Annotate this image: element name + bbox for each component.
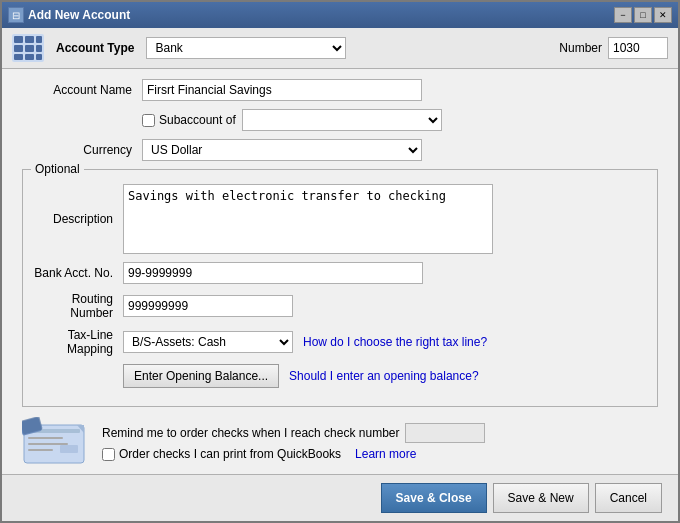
- toolbar: Account Type Bank Number: [2, 28, 678, 69]
- checks-text-area: Remind me to order checks when I reach c…: [102, 423, 658, 461]
- currency-select[interactable]: US Dollar: [142, 139, 422, 161]
- titlebar-controls: − □ ✕: [614, 7, 672, 23]
- toolbar-right: Number: [559, 37, 668, 59]
- save-new-button[interactable]: Save & New: [493, 483, 589, 513]
- tax-line-select[interactable]: B/S-Assets: Cash: [123, 331, 293, 353]
- optional-legend: Optional: [31, 162, 84, 176]
- account-name-label: Account Name: [22, 83, 142, 97]
- svg-rect-13: [28, 443, 68, 445]
- routing-row: Routing Number: [33, 292, 647, 320]
- tax-line-label: Tax-Line Mapping: [33, 328, 123, 356]
- svg-rect-5: [25, 45, 34, 52]
- check-number-input[interactable]: [405, 423, 485, 443]
- svg-rect-4: [14, 45, 23, 52]
- content-area: Account Name Subaccount of Currency US D…: [2, 69, 678, 474]
- titlebar-left: ⊟ Add New Account: [8, 7, 130, 23]
- currency-label: Currency: [22, 143, 142, 157]
- svg-rect-2: [25, 36, 34, 43]
- account-type-label: Account Type: [56, 41, 134, 55]
- window-title: Add New Account: [28, 8, 130, 22]
- bank-acct-label: Bank Acct. No.: [33, 266, 123, 280]
- minimize-button[interactable]: −: [614, 7, 632, 23]
- description-textarea[interactable]: Savings with electronic transfer to chec…: [123, 184, 493, 254]
- save-close-button[interactable]: Save & Close: [381, 483, 487, 513]
- close-button[interactable]: ✕: [654, 7, 672, 23]
- check-illustration: [22, 417, 92, 467]
- maximize-button[interactable]: □: [634, 7, 652, 23]
- subaccount-row: Subaccount of: [142, 109, 658, 131]
- account-name-input[interactable]: [142, 79, 422, 101]
- footer: Save & Close Save & New Cancel: [2, 474, 678, 521]
- account-grid-icon: [12, 34, 44, 62]
- subaccount-checkbox-label[interactable]: Subaccount of: [142, 113, 236, 127]
- subaccount-label-text: Subaccount of: [159, 113, 236, 127]
- bank-acct-input[interactable]: [123, 262, 423, 284]
- order-checks-label: Order checks I can print from QuickBooks: [119, 447, 341, 461]
- cancel-button[interactable]: Cancel: [595, 483, 662, 513]
- learn-more-link[interactable]: Learn more: [355, 447, 416, 461]
- tax-line-row: Tax-Line Mapping B/S-Assets: Cash How do…: [33, 328, 647, 356]
- opening-balance-link[interactable]: Should I enter an opening balance?: [289, 369, 479, 383]
- titlebar: ⊟ Add New Account − □ ✕: [2, 2, 678, 28]
- svg-rect-8: [25, 54, 34, 60]
- number-input[interactable]: [608, 37, 668, 59]
- subaccount-select[interactable]: [242, 109, 442, 131]
- svg-rect-14: [28, 449, 53, 451]
- routing-input[interactable]: [123, 295, 293, 317]
- account-type-select[interactable]: Bank: [146, 37, 346, 59]
- opening-balance-row: Enter Opening Balance... Should I enter …: [33, 364, 647, 388]
- svg-rect-7: [14, 54, 23, 60]
- currency-row: Currency US Dollar: [22, 139, 658, 161]
- bank-acct-row: Bank Acct. No.: [33, 262, 647, 284]
- window-icon: ⊟: [8, 7, 24, 23]
- svg-rect-15: [60, 445, 78, 453]
- checks-section: Remind me to order checks when I reach c…: [22, 417, 658, 467]
- description-row: Description Savings with electronic tran…: [33, 184, 647, 254]
- tax-line-link[interactable]: How do I choose the right tax line?: [303, 335, 487, 349]
- description-label: Description: [33, 212, 123, 226]
- svg-rect-6: [36, 45, 42, 52]
- optional-content: Description Savings with electronic tran…: [33, 184, 647, 388]
- routing-label: Routing Number: [33, 292, 123, 320]
- order-checks-checkbox[interactable]: [102, 448, 115, 461]
- account-name-row: Account Name: [22, 79, 658, 101]
- main-window: ⊟ Add New Account − □ ✕ Account T: [0, 0, 680, 523]
- svg-rect-1: [14, 36, 23, 43]
- check-image: [22, 417, 92, 467]
- svg-rect-3: [36, 36, 42, 43]
- opening-balance-button[interactable]: Enter Opening Balance...: [123, 364, 279, 388]
- remind-text: Remind me to order checks when I reach c…: [102, 426, 399, 440]
- subaccount-checkbox[interactable]: [142, 114, 155, 127]
- remind-row: Remind me to order checks when I reach c…: [102, 423, 658, 443]
- svg-rect-12: [28, 437, 63, 439]
- number-label: Number: [559, 41, 602, 55]
- optional-group: Optional Description Savings with electr…: [22, 169, 658, 407]
- svg-rect-9: [36, 54, 42, 60]
- account-icon: [12, 34, 44, 62]
- order-row: Order checks I can print from QuickBooks…: [102, 447, 658, 461]
